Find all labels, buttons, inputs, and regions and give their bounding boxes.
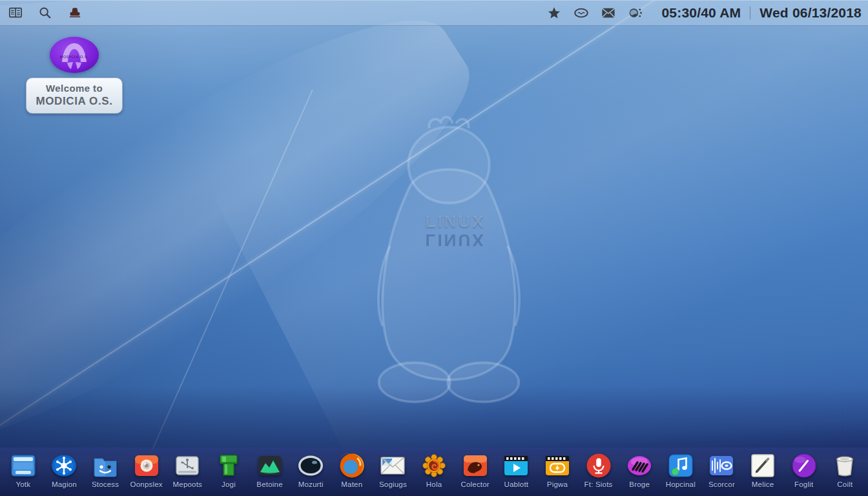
star-icon[interactable]	[546, 5, 562, 21]
dock-item-maten[interactable]: Maten	[331, 451, 373, 488]
dock-item-coilt[interactable]: Coilt	[825, 451, 866, 488]
music-player-icon	[666, 451, 695, 480]
notes-icon	[749, 451, 777, 480]
panel-right-area: 05:30/40 AM Wed 06/13/2018	[546, 5, 862, 21]
dock-item-label: Hola	[426, 480, 442, 488]
window-app-icon	[9, 451, 37, 480]
green-pipe-icon	[214, 451, 243, 480]
file-manager-icon	[91, 451, 119, 480]
dock-item-label: Scorcor	[708, 480, 735, 488]
dock-item-yotk[interactable]: Yotk	[3, 451, 44, 488]
watermark-reflection: LINUX	[417, 230, 494, 250]
dock-item-pigwa[interactable]: Pigwa	[537, 451, 578, 488]
pen-icon	[790, 451, 818, 480]
dock-item-label: Maten	[341, 480, 362, 488]
dock-item-label: Yotk	[16, 480, 30, 488]
dock-item-hopcinal[interactable]: Hopcinal	[660, 451, 701, 488]
dock-item-betoine[interactable]: Betoine	[249, 451, 291, 488]
dock-item-label: Stocess	[92, 480, 119, 488]
film-reel-icon	[625, 451, 654, 480]
mail-photo-icon	[378, 451, 407, 480]
dock-item-melice[interactable]: Melice	[742, 451, 783, 488]
welcome-desktop-icon[interactable]: MODICIA O.S. Welcome to MODICIA O.S.	[26, 36, 123, 114]
dock-item-hola[interactable]: Hola	[413, 451, 455, 488]
clock-area[interactable]: 05:30/40 AM Wed 06/13/2018	[661, 5, 862, 21]
dock-item-uablott[interactable]: Uablott	[496, 451, 537, 488]
dock-item-label: Sogiugs	[379, 480, 407, 488]
clock-date: Wed 06/13/2018	[760, 5, 862, 21]
dock-item-label: Ft: Siots	[584, 480, 613, 488]
dock-item-label: Mepoots	[173, 480, 203, 488]
dock-item-foglit[interactable]: Foglit	[783, 451, 825, 488]
microphone-icon	[584, 451, 613, 480]
dock-item-label: Jogi	[222, 480, 236, 488]
video-player-icon	[502, 451, 530, 480]
usb-drive-icon	[173, 451, 202, 480]
pager-icon[interactable]	[8, 5, 23, 21]
dock-item-ft-siots[interactable]: Ft: Siots	[578, 451, 619, 488]
dock-item-magion[interactable]: Magion	[44, 451, 85, 488]
dock-item-oonpslex[interactable]: Oonpslex	[126, 451, 167, 488]
network-icon[interactable]	[628, 5, 643, 21]
camera-icon	[132, 451, 161, 480]
dock-item-scorcor[interactable]: Scorcor	[701, 451, 743, 488]
dock-item-label: Betoine	[256, 480, 282, 488]
modicia-logo-icon: MODICIA O.S.	[49, 36, 99, 74]
dock-item-label: Hopcinal	[666, 480, 696, 488]
welcome-label: Welcome to MODICIA O.S.	[26, 78, 123, 114]
trash-icon	[831, 451, 859, 480]
landscape-icon	[256, 451, 284, 480]
gear-viewer-icon	[420, 451, 448, 480]
stamp-icon[interactable]	[67, 5, 83, 21]
welcome-line1: Welcome to	[30, 83, 118, 94]
dock-item-broge[interactable]: Broge	[619, 451, 660, 488]
video-editor-icon	[543, 451, 572, 480]
welcome-line2: MODICIA O.S.	[30, 95, 118, 108]
dock-item-stocess[interactable]: Stocess	[85, 451, 126, 488]
clock-time: 05:30/40 AM	[661, 5, 741, 21]
panel-right-icons	[546, 5, 643, 21]
dock-item-label: Pigwa	[547, 480, 568, 488]
lens-icon	[296, 451, 325, 480]
panel-left-icons	[8, 5, 83, 21]
dock-item-label: Colector	[460, 480, 489, 488]
dock-item-colector[interactable]: Colector	[455, 451, 496, 488]
tablet-icon[interactable]	[574, 5, 589, 21]
audio-editor-icon	[707, 451, 736, 480]
dock-item-label: Foglit	[794, 480, 813, 488]
gimp-box-icon	[461, 451, 490, 480]
dock-item-label: Magion	[52, 480, 77, 488]
dock-item-mepoots[interactable]: Mepoots	[167, 451, 209, 488]
dock-item-label: Melice	[752, 480, 774, 488]
desktop-wallpaper: LINUX LINUX MODICIA O.S. Welcome to MODI…	[0, 0, 868, 496]
search-icon[interactable]	[37, 5, 53, 21]
top-panel: 05:30/40 AM Wed 06/13/2018	[0, 0, 868, 26]
dock-item-mozurti[interactable]: Mozurti	[290, 451, 331, 488]
dock-item-label: Coilt	[837, 480, 852, 488]
firefox-icon	[338, 451, 366, 480]
dock-item-label: Broge	[629, 480, 650, 488]
dock-item-label: Mozurti	[298, 480, 324, 488]
dock-item-sogiugs[interactable]: Sogiugs	[373, 451, 414, 488]
mail-icon[interactable]	[601, 5, 616, 21]
dock-item-jogi[interactable]: Jogi	[208, 451, 249, 488]
blue-orb-icon	[50, 451, 78, 480]
clock-separator	[750, 6, 750, 19]
dock-item-label: Uablott	[504, 480, 528, 488]
dock-item-label: Oonpslex	[130, 480, 163, 488]
watermark-text: LINUX	[417, 212, 494, 232]
dock: YotkMagionStocessOonpslexMepootsJogiBeto…	[0, 448, 868, 496]
logo-wordmark: MODICIA O.S.	[59, 55, 88, 59]
